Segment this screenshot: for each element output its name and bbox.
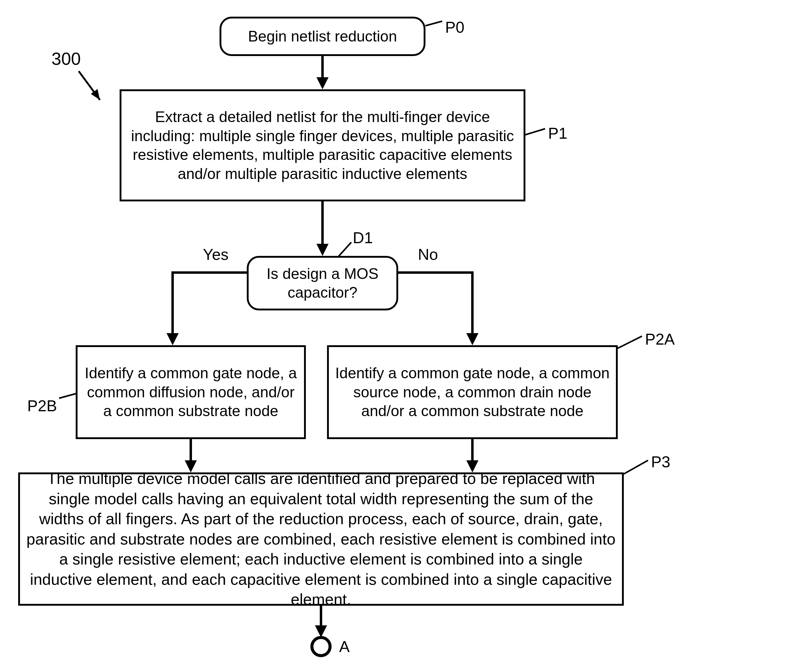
node-p1: Extract a detailed netlist for the multi… (120, 90, 525, 201)
label-p1: P1 (548, 124, 568, 142)
svg-marker-1 (91, 89, 100, 100)
figure-ref: 300 (51, 48, 81, 69)
svg-marker-19 (315, 626, 327, 637)
label-no: No (418, 245, 438, 264)
svg-line-8 (338, 242, 351, 257)
node-p1-text: Extract a detailed netlist for the multi… (121, 108, 523, 183)
svg-line-0 (79, 71, 100, 100)
svg-line-17 (624, 460, 648, 474)
node-p3: The multiple device model calls are iden… (18, 473, 624, 606)
node-p2a-text: Identify a common gate node, a common so… (329, 364, 616, 421)
connector-a-label: A (339, 637, 350, 655)
node-p3-text: The multiple device model calls are iden… (20, 468, 622, 610)
svg-marker-7 (316, 244, 329, 256)
svg-marker-4 (316, 77, 329, 90)
label-p0: P0 (445, 18, 465, 37)
label-d1: D1 (353, 229, 373, 247)
node-p2b: Identify a common gate node, a common di… (76, 345, 306, 439)
svg-marker-9 (166, 333, 179, 345)
svg-line-2 (425, 21, 442, 26)
svg-point-20 (312, 637, 330, 655)
node-p2a: Identify a common gate node, a common so… (327, 345, 618, 439)
svg-line-11 (59, 394, 76, 398)
svg-line-5 (525, 129, 545, 135)
node-d1-text: Is design a MOS capacitor? (249, 264, 396, 302)
node-p2b-text: Identify a common gate node, a common di… (78, 364, 304, 421)
svg-line-12 (618, 336, 642, 348)
label-p2a: P2A (645, 330, 675, 348)
label-p2b: P2B (27, 397, 57, 415)
label-p3: P3 (651, 453, 671, 471)
svg-marker-10 (467, 333, 478, 345)
label-yes: Yes (203, 245, 229, 264)
node-p0-text: Begin netlist reduction (221, 27, 423, 46)
node-d1: Is design a MOS capacitor? (247, 256, 398, 310)
node-p0: Begin netlist reduction (219, 17, 425, 56)
flowchart-canvas: 300 Begin netlist reduction P0 Extract a… (0, 0, 807, 672)
